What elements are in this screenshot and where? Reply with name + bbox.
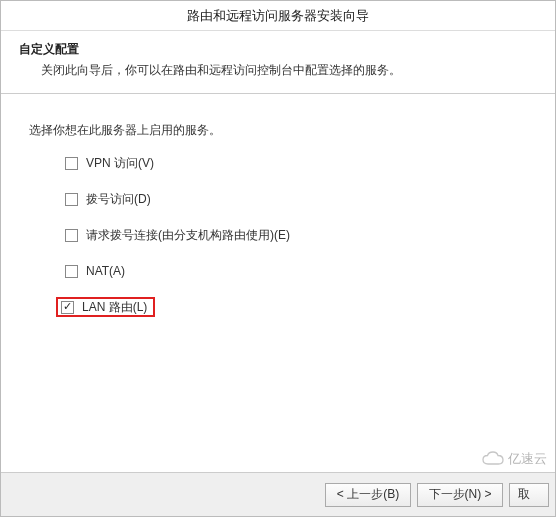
- wizard-instruction: 选择你想在此服务器上启用的服务。: [29, 122, 555, 139]
- back-button[interactable]: < 上一步(B): [325, 483, 411, 507]
- next-button[interactable]: 下一步(N) >: [417, 483, 503, 507]
- wizard-header-title: 自定义配置: [19, 41, 555, 58]
- option-vpn-access[interactable]: VPN 访问(V): [61, 153, 555, 173]
- cancel-button[interactable]: 取: [509, 483, 549, 507]
- option-label: LAN 路由(L): [82, 299, 147, 316]
- option-nat[interactable]: NAT(A): [61, 261, 555, 281]
- option-demand-dial[interactable]: 请求拨号连接(由分支机构路由使用)(E): [61, 225, 555, 245]
- service-checkbox-list: VPN 访问(V) 拨号访问(D) 请求拨号连接(由分支机构路由使用)(E) N…: [61, 153, 555, 331]
- option-label: 拨号访问(D): [86, 191, 151, 208]
- option-label: 请求拨号连接(由分支机构路由使用)(E): [86, 227, 290, 244]
- wizard-button-bar: < 上一步(B) 下一步(N) > 取: [1, 472, 555, 516]
- option-label: VPN 访问(V): [86, 155, 154, 172]
- option-dialup-access[interactable]: 拨号访问(D): [61, 189, 555, 209]
- option-lan-routing[interactable]: LAN 路由(L): [56, 297, 155, 317]
- dialog-title: 路由和远程访问服务器安装向导: [1, 1, 555, 31]
- checkbox-icon[interactable]: [61, 301, 74, 314]
- watermark-text: 亿速云: [508, 450, 547, 468]
- checkbox-icon[interactable]: [65, 193, 78, 206]
- checkbox-icon[interactable]: [65, 265, 78, 278]
- wizard-body: 选择你想在此服务器上启用的服务。 VPN 访问(V) 拨号访问(D) 请求拨号连…: [1, 94, 555, 331]
- wizard-dialog: 路由和远程访问服务器安装向导 自定义配置 关闭此向导后，你可以在路由和远程访问控…: [0, 0, 556, 517]
- wizard-header-subtitle: 关闭此向导后，你可以在路由和远程访问控制台中配置选择的服务。: [41, 62, 555, 79]
- watermark: 亿速云: [482, 450, 547, 468]
- cloud-icon: [482, 451, 504, 467]
- option-label: NAT(A): [86, 264, 125, 278]
- wizard-header: 自定义配置 关闭此向导后，你可以在路由和远程访问控制台中配置选择的服务。: [1, 31, 555, 94]
- checkbox-icon[interactable]: [65, 157, 78, 170]
- checkbox-icon[interactable]: [65, 229, 78, 242]
